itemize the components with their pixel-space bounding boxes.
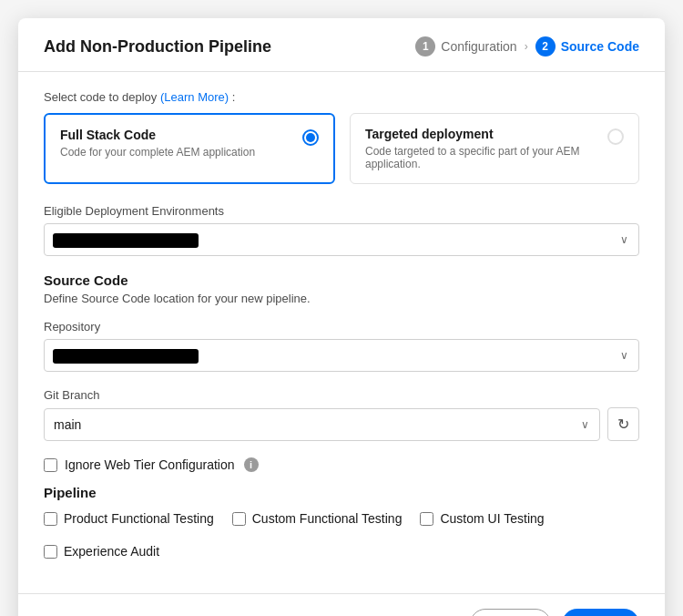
breadcrumb-step-1: 1 Configuration — [415, 36, 516, 56]
git-branch-row: main ∨ ↻ — [44, 407, 639, 441]
breadcrumb-step-2: 2 Source Code — [535, 36, 639, 56]
step-2-circle: 2 — [535, 36, 556, 56]
pipeline-checkboxes: Product Functional Testing Custom Functi… — [44, 511, 639, 559]
git-branch-refresh-button[interactable]: ↻ — [607, 407, 639, 441]
experience-audit-checkbox[interactable] — [44, 545, 57, 559]
git-branch-select[interactable]: main — [44, 408, 600, 441]
dialog-body: Select code to deploy (Learn More) : Ful… — [18, 72, 665, 593]
targeted-desc: Code targeted to a specific part of your… — [365, 145, 596, 170]
pipeline-item-experience-audit: Experience Audit — [44, 544, 159, 559]
cancel-button[interactable]: Cancel — [470, 609, 552, 616]
full-stack-option[interactable]: Full Stack Code Code for your complete A… — [44, 113, 335, 184]
targeted-deployment-option[interactable]: Targeted deployment Code targeted to a s… — [350, 113, 639, 184]
code-selection-label: Select code to deploy (Learn More) : — [44, 90, 639, 104]
product-functional-checkbox[interactable] — [44, 512, 57, 526]
dialog-title: Add Non-Production Pipeline — [44, 37, 271, 56]
custom-functional-label: Custom Functional Testing — [252, 511, 403, 526]
repository-select[interactable] — [44, 339, 639, 372]
deployment-environments-wrapper: ∨ — [44, 223, 639, 256]
targeted-radio[interactable] — [607, 128, 624, 145]
step-1-circle: 1 — [415, 36, 435, 56]
radio-dot-inner — [306, 133, 315, 142]
repository-label: Repository — [44, 320, 639, 334]
custom-ui-checkbox[interactable] — [420, 512, 433, 526]
deployment-environments-select[interactable] — [44, 223, 639, 256]
breadcrumb: 1 Configuration › 2 Source Code — [415, 36, 639, 56]
source-code-description: Define Source Code location for your new… — [44, 292, 639, 305]
breadcrumb-arrow: › — [525, 40, 528, 53]
refresh-icon: ↻ — [617, 416, 629, 433]
full-stack-title: Full Stack Code — [60, 128, 291, 142]
full-stack-desc: Code for your complete AEM application — [60, 146, 291, 159]
pipeline-section: Pipeline Product Functional Testing Cust… — [44, 485, 639, 559]
source-code-title: Source Code — [44, 272, 639, 288]
source-code-section: Source Code Define Source Code location … — [44, 272, 639, 441]
git-branch-wrapper: main ∨ — [44, 408, 600, 441]
pipeline-item-custom-ui: Custom UI Testing — [420, 511, 544, 526]
step-2-label: Source Code — [561, 39, 639, 54]
full-stack-text: Full Stack Code Code for your complete A… — [60, 128, 291, 159]
experience-audit-label: Experience Audit — [64, 544, 159, 559]
ignore-web-tier-checkbox[interactable] — [44, 458, 57, 472]
pipeline-item-custom-functional: Custom Functional Testing — [232, 511, 403, 526]
code-options: Full Stack Code Code for your complete A… — [44, 113, 639, 184]
pipeline-title: Pipeline — [44, 485, 639, 500]
ignore-web-tier-label: Ignore Web Tier Configuration — [65, 457, 235, 472]
save-button[interactable]: Save — [562, 609, 639, 616]
targeted-text: Targeted deployment Code targeted to a s… — [365, 127, 596, 170]
custom-ui-label: Custom UI Testing — [440, 511, 544, 526]
step-1-label: Configuration — [441, 39, 516, 54]
deployment-environments-group: Eligible Deployment Environments ∨ — [44, 204, 639, 256]
pipeline-item-product-functional: Product Functional Testing — [44, 511, 214, 526]
ignore-web-tier-row: Ignore Web Tier Configuration i — [44, 457, 639, 472]
deployment-environments-label: Eligible Deployment Environments — [44, 204, 639, 218]
learn-more-link[interactable]: (Learn More) — [160, 90, 229, 104]
repository-wrapper: ∨ — [44, 339, 639, 372]
product-functional-label: Product Functional Testing — [64, 511, 214, 526]
ignore-web-tier-info-icon: i — [244, 457, 259, 472]
targeted-title: Targeted deployment — [365, 127, 596, 141]
dialog-footer: Cancel Save — [18, 593, 665, 616]
add-pipeline-dialog: Add Non-Production Pipeline 1 Configurat… — [18, 18, 665, 616]
repository-group: Repository ∨ — [44, 320, 639, 372]
custom-functional-checkbox[interactable] — [232, 512, 246, 526]
git-branch-label: Git Branch — [44, 388, 639, 402]
full-stack-radio[interactable] — [302, 129, 319, 146]
dialog-header: Add Non-Production Pipeline 1 Configurat… — [18, 18, 665, 72]
git-branch-group: Git Branch main ∨ ↻ — [44, 388, 639, 441]
